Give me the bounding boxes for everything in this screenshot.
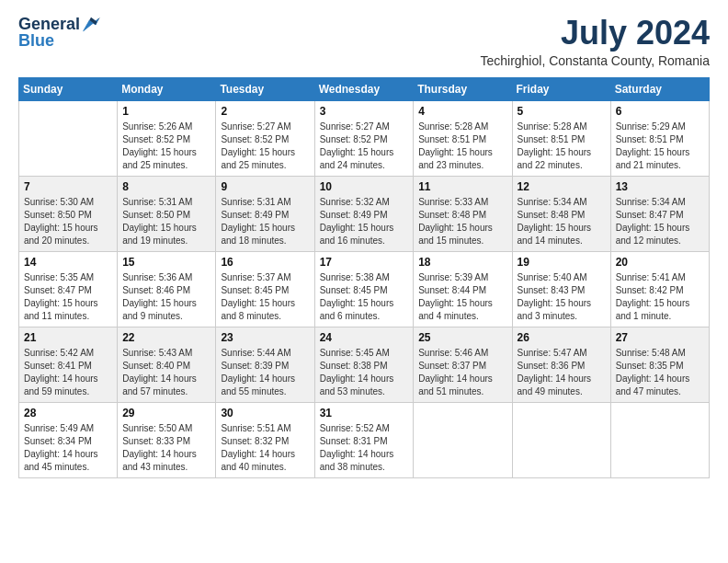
- calendar-cell: 26Sunrise: 5:47 AM Sunset: 8:36 PM Dayli…: [512, 327, 610, 402]
- calendar-cell: 9Sunrise: 5:31 AM Sunset: 8:49 PM Daylig…: [216, 176, 314, 251]
- cell-day-number: 9: [221, 180, 309, 193]
- header-cell-tuesday: Tuesday: [216, 77, 314, 100]
- cell-day-number: 15: [122, 256, 210, 269]
- calendar-cell: 8Sunrise: 5:31 AM Sunset: 8:50 PM Daylig…: [118, 176, 216, 251]
- cell-sun-info: Sunrise: 5:52 AM Sunset: 8:31 PM Dayligh…: [320, 422, 409, 474]
- calendar-cell: 2Sunrise: 5:27 AM Sunset: 8:52 PM Daylig…: [216, 100, 314, 176]
- header-cell-wednesday: Wednesday: [314, 77, 414, 100]
- cell-sun-info: Sunrise: 5:34 AM Sunset: 8:47 PM Dayligh…: [616, 196, 704, 247]
- calendar: SundayMondayTuesdayWednesdayThursdayFrid…: [18, 77, 710, 478]
- cell-day-number: 5: [518, 105, 606, 118]
- calendar-cell: 5Sunrise: 5:28 AM Sunset: 8:51 PM Daylig…: [512, 100, 610, 176]
- calendar-cell: 7Sunrise: 5:30 AM Sunset: 8:50 PM Daylig…: [19, 176, 118, 251]
- cell-day-number: 2: [221, 105, 309, 118]
- cell-day-number: 24: [320, 331, 409, 344]
- cell-sun-info: Sunrise: 5:40 AM Sunset: 8:43 PM Dayligh…: [518, 271, 606, 323]
- calendar-cell: 20Sunrise: 5:41 AM Sunset: 8:42 PM Dayli…: [610, 251, 709, 327]
- cell-day-number: 28: [24, 407, 112, 419]
- calendar-cell: 4Sunrise: 5:28 AM Sunset: 8:51 PM Daylig…: [414, 100, 512, 176]
- calendar-cell: 21Sunrise: 5:42 AM Sunset: 8:41 PM Dayli…: [19, 327, 118, 402]
- week-row-4: 21Sunrise: 5:42 AM Sunset: 8:41 PM Dayli…: [19, 327, 710, 402]
- week-row-1: 1Sunrise: 5:26 AM Sunset: 8:52 PM Daylig…: [19, 100, 710, 176]
- cell-day-number: 11: [418, 180, 506, 193]
- cell-sun-info: Sunrise: 5:51 AM Sunset: 8:32 PM Dayligh…: [221, 422, 309, 474]
- logo: General Blue: [18, 15, 100, 49]
- cell-sun-info: Sunrise: 5:39 AM Sunset: 8:44 PM Dayligh…: [418, 271, 506, 323]
- logo-icon: [82, 16, 100, 34]
- week-row-3: 14Sunrise: 5:35 AM Sunset: 8:47 PM Dayli…: [19, 251, 710, 327]
- cell-day-number: 19: [518, 256, 606, 269]
- cell-day-number: 22: [122, 331, 210, 344]
- calendar-cell: 29Sunrise: 5:50 AM Sunset: 8:33 PM Dayli…: [118, 402, 216, 477]
- cell-sun-info: Sunrise: 5:37 AM Sunset: 8:45 PM Dayligh…: [221, 271, 309, 323]
- cell-day-number: 14: [24, 256, 112, 269]
- cell-sun-info: Sunrise: 5:44 AM Sunset: 8:39 PM Dayligh…: [221, 347, 309, 398]
- cell-sun-info: Sunrise: 5:42 AM Sunset: 8:41 PM Dayligh…: [24, 347, 112, 398]
- calendar-cell: 16Sunrise: 5:37 AM Sunset: 8:45 PM Dayli…: [216, 251, 314, 327]
- cell-day-number: 27: [616, 331, 704, 344]
- cell-sun-info: Sunrise: 5:27 AM Sunset: 8:52 PM Dayligh…: [320, 121, 409, 172]
- cell-day-number: 18: [418, 256, 506, 269]
- cell-day-number: 3: [320, 105, 409, 118]
- calendar-cell: 6Sunrise: 5:29 AM Sunset: 8:51 PM Daylig…: [610, 100, 709, 176]
- calendar-cell: [512, 402, 610, 477]
- calendar-cell: 28Sunrise: 5:49 AM Sunset: 8:34 PM Dayli…: [19, 402, 118, 477]
- cell-day-number: 26: [518, 331, 606, 344]
- cell-sun-info: Sunrise: 5:49 AM Sunset: 8:34 PM Dayligh…: [24, 422, 112, 474]
- month-title: July 2024: [480, 15, 710, 52]
- calendar-cell: 25Sunrise: 5:46 AM Sunset: 8:37 PM Dayli…: [414, 327, 512, 402]
- cell-sun-info: Sunrise: 5:26 AM Sunset: 8:52 PM Dayligh…: [122, 121, 210, 172]
- calendar-cell: 31Sunrise: 5:52 AM Sunset: 8:31 PM Dayli…: [314, 402, 414, 477]
- cell-sun-info: Sunrise: 5:46 AM Sunset: 8:37 PM Dayligh…: [418, 347, 506, 398]
- cell-sun-info: Sunrise: 5:31 AM Sunset: 8:49 PM Dayligh…: [221, 196, 309, 247]
- cell-sun-info: Sunrise: 5:32 AM Sunset: 8:49 PM Dayligh…: [320, 196, 409, 247]
- cell-day-number: 30: [221, 407, 309, 419]
- cell-sun-info: Sunrise: 5:27 AM Sunset: 8:52 PM Dayligh…: [221, 121, 309, 172]
- calendar-cell: 11Sunrise: 5:33 AM Sunset: 8:48 PM Dayli…: [414, 176, 512, 251]
- cell-sun-info: Sunrise: 5:47 AM Sunset: 8:36 PM Dayligh…: [518, 347, 606, 398]
- cell-day-number: 1: [122, 105, 210, 118]
- cell-day-number: 6: [616, 105, 704, 118]
- cell-day-number: 21: [24, 331, 112, 344]
- calendar-cell: 24Sunrise: 5:45 AM Sunset: 8:38 PM Dayli…: [314, 327, 414, 402]
- header-cell-sunday: Sunday: [19, 77, 118, 100]
- header-cell-saturday: Saturday: [610, 77, 709, 100]
- cell-sun-info: Sunrise: 5:41 AM Sunset: 8:42 PM Dayligh…: [616, 271, 704, 323]
- cell-sun-info: Sunrise: 5:30 AM Sunset: 8:50 PM Dayligh…: [24, 196, 112, 247]
- header-cell-friday: Friday: [512, 77, 610, 100]
- cell-sun-info: Sunrise: 5:33 AM Sunset: 8:48 PM Dayligh…: [418, 196, 506, 247]
- calendar-cell: 18Sunrise: 5:39 AM Sunset: 8:44 PM Dayli…: [414, 251, 512, 327]
- cell-day-number: 17: [320, 256, 409, 269]
- calendar-cell: 10Sunrise: 5:32 AM Sunset: 8:49 PM Dayli…: [314, 176, 414, 251]
- calendar-cell: [414, 402, 512, 477]
- cell-sun-info: Sunrise: 5:35 AM Sunset: 8:47 PM Dayligh…: [24, 271, 112, 323]
- cell-day-number: 12: [518, 180, 606, 193]
- cell-day-number: 8: [122, 180, 210, 193]
- cell-day-number: 13: [616, 180, 704, 193]
- cell-sun-info: Sunrise: 5:34 AM Sunset: 8:48 PM Dayligh…: [518, 196, 606, 247]
- calendar-cell: 12Sunrise: 5:34 AM Sunset: 8:48 PM Dayli…: [512, 176, 610, 251]
- calendar-cell: [610, 402, 709, 477]
- cell-day-number: 25: [418, 331, 506, 344]
- cell-day-number: 23: [221, 331, 309, 344]
- cell-sun-info: Sunrise: 5:50 AM Sunset: 8:33 PM Dayligh…: [122, 422, 210, 474]
- cell-day-number: 4: [418, 105, 506, 118]
- cell-day-number: 31: [320, 407, 409, 419]
- calendar-cell: 1Sunrise: 5:26 AM Sunset: 8:52 PM Daylig…: [118, 100, 216, 176]
- header-cell-monday: Monday: [118, 77, 216, 100]
- header: General Blue July 2024 Techirghiol, Cons…: [18, 15, 710, 68]
- cell-sun-info: Sunrise: 5:45 AM Sunset: 8:38 PM Dayligh…: [320, 347, 409, 398]
- calendar-cell: 3Sunrise: 5:27 AM Sunset: 8:52 PM Daylig…: [314, 100, 414, 176]
- cell-sun-info: Sunrise: 5:36 AM Sunset: 8:46 PM Dayligh…: [122, 271, 210, 323]
- location-title: Techirghiol, Constanta County, Romania: [480, 53, 710, 68]
- calendar-cell: 27Sunrise: 5:48 AM Sunset: 8:35 PM Dayli…: [610, 327, 709, 402]
- cell-day-number: 16: [221, 256, 309, 269]
- cell-sun-info: Sunrise: 5:43 AM Sunset: 8:40 PM Dayligh…: [122, 347, 210, 398]
- cell-day-number: 29: [122, 407, 210, 419]
- header-cell-thursday: Thursday: [414, 77, 512, 100]
- cell-sun-info: Sunrise: 5:28 AM Sunset: 8:51 PM Dayligh…: [418, 121, 506, 172]
- cell-day-number: 10: [320, 180, 409, 193]
- logo-blue: Blue: [18, 32, 54, 49]
- cell-day-number: 7: [24, 180, 112, 193]
- calendar-cell: 30Sunrise: 5:51 AM Sunset: 8:32 PM Dayli…: [216, 402, 314, 477]
